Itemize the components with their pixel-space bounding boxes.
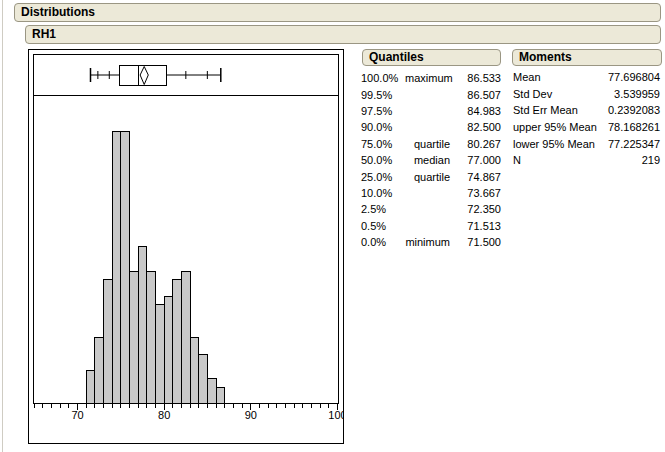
quantile-value: 80.267 xyxy=(450,138,501,150)
histogram-bar[interactable] xyxy=(182,272,191,404)
moments-table: Mean77.696804Std Dev3.539959Std Err Mean… xyxy=(513,69,660,169)
moment-label: upper 95% Mean xyxy=(513,121,597,133)
quantile-pct: 25.0% xyxy=(361,171,405,183)
quantile-row: 100.0%maximum86.533 xyxy=(361,70,501,86)
moments-header-label: Moments xyxy=(519,50,572,64)
quantile-row: 75.0%quartile80.267 xyxy=(361,136,501,152)
histogram-bar[interactable] xyxy=(208,379,217,404)
x-axis-label: 80 xyxy=(158,409,170,421)
quantile-row: 97.5%84.983 xyxy=(361,103,501,119)
histogram-bar[interactable] xyxy=(199,354,208,403)
quantile-pct: 90.0% xyxy=(361,121,405,133)
histogram-bar[interactable] xyxy=(112,132,121,404)
quantile-role: maximum xyxy=(405,72,450,84)
quantile-row: 2.5%72.350 xyxy=(361,201,501,217)
quantile-pct: 0.5% xyxy=(361,220,405,232)
quantile-row: 50.0%median77.000 xyxy=(361,152,501,168)
quantile-row: 10.0%73.667 xyxy=(361,185,501,201)
quantile-value: 82.500 xyxy=(450,121,501,133)
moment-row: lower 95% Mean77.225347 xyxy=(513,135,660,152)
quantile-row: 90.0%82.500 xyxy=(361,119,501,135)
quantile-value: 73.667 xyxy=(450,187,501,199)
moment-value: 77.225347 xyxy=(608,138,660,150)
quantile-value: 77.000 xyxy=(450,154,501,166)
distribution-plot-panel: 708090100 xyxy=(28,49,344,444)
moment-row: upper 95% Mean78.168261 xyxy=(513,119,660,136)
histogram-bar[interactable] xyxy=(164,296,173,403)
quantiles-header[interactable]: Quantiles xyxy=(362,49,501,66)
quantile-role: minimum xyxy=(405,236,450,248)
histogram-bar[interactable] xyxy=(95,338,104,404)
histogram-bar[interactable] xyxy=(104,280,113,404)
histogram-bar[interactable] xyxy=(156,305,165,404)
quantile-value: 71.513 xyxy=(450,220,501,232)
moment-row: Mean77.696804 xyxy=(513,69,660,86)
moment-row: Std Dev3.539959 xyxy=(513,86,660,103)
quantile-row: 25.0%quartile74.867 xyxy=(361,168,501,184)
moment-value: 77.696804 xyxy=(608,71,660,83)
x-axis-label: 70 xyxy=(71,409,83,421)
quantiles-header-label: Quantiles xyxy=(369,50,424,64)
outline-header-distributions-label: Distributions xyxy=(21,5,95,19)
moment-label: Mean xyxy=(513,71,541,83)
window-edge xyxy=(2,0,3,452)
outline-header-variable-label: RH1 xyxy=(32,27,56,41)
moment-row: N219 xyxy=(513,152,660,169)
moment-label: N xyxy=(513,154,521,166)
histogram-bar[interactable] xyxy=(173,280,182,404)
histogram-bar[interactable] xyxy=(130,272,139,404)
x-axis-label: 90 xyxy=(245,409,257,421)
moment-label: lower 95% Mean xyxy=(513,138,595,150)
histogram-boxplot-svg[interactable]: 708090100 xyxy=(29,50,343,443)
moment-value: 3.539959 xyxy=(614,88,660,100)
quantile-value: 72.350 xyxy=(450,203,501,215)
quantile-pct: 99.5% xyxy=(361,89,405,101)
quantile-box-plot[interactable] xyxy=(91,66,221,86)
quantile-value: 74.867 xyxy=(450,171,501,183)
quantile-value: 86.533 xyxy=(450,72,501,84)
moment-label: Std Dev xyxy=(513,88,552,100)
quantile-row: 0.5%71.513 xyxy=(361,218,501,234)
quantile-pct: 97.5% xyxy=(361,105,405,117)
histogram-bar[interactable] xyxy=(190,338,199,404)
moment-label: Std Err Mean xyxy=(513,104,578,116)
moments-header[interactable]: Moments xyxy=(512,49,662,66)
quantile-pct: 0.0% xyxy=(361,236,405,248)
moment-value: 78.168261 xyxy=(608,121,660,133)
quantile-row: 0.0%minimum71.500 xyxy=(361,234,501,250)
quantiles-table: 100.0%maximum86.53399.5%86.50797.5%84.98… xyxy=(361,70,501,250)
quantile-row: 99.5%86.507 xyxy=(361,86,501,102)
x-axis-label: 100 xyxy=(328,409,343,421)
histogram-bar[interactable] xyxy=(138,247,147,404)
histogram-bar[interactable] xyxy=(121,132,130,404)
moment-value: 0.2392083 xyxy=(608,104,660,116)
histogram-bar[interactable] xyxy=(216,387,225,403)
quantile-role: quartile xyxy=(405,138,450,150)
quantile-pct: 2.5% xyxy=(361,203,405,215)
histogram-bar[interactable] xyxy=(86,371,95,404)
quantile-role: quartile xyxy=(405,171,450,183)
moment-row: Std Err Mean0.2392083 xyxy=(513,102,660,119)
quantile-value: 71.500 xyxy=(450,236,501,248)
moment-value: 219 xyxy=(642,154,660,166)
quantile-value: 86.507 xyxy=(450,89,501,101)
outline-header-distributions[interactable]: Distributions xyxy=(14,3,661,22)
quantile-pct: 75.0% xyxy=(361,138,405,150)
outline-header-variable[interactable]: RH1 xyxy=(25,25,661,44)
quantile-pct: 10.0% xyxy=(361,187,405,199)
quantile-pct: 50.0% xyxy=(361,154,405,166)
quantile-value: 84.983 xyxy=(450,105,501,117)
quantile-role: median xyxy=(405,154,450,166)
quantile-pct: 100.0% xyxy=(361,72,405,84)
histogram-bar[interactable] xyxy=(147,272,156,404)
